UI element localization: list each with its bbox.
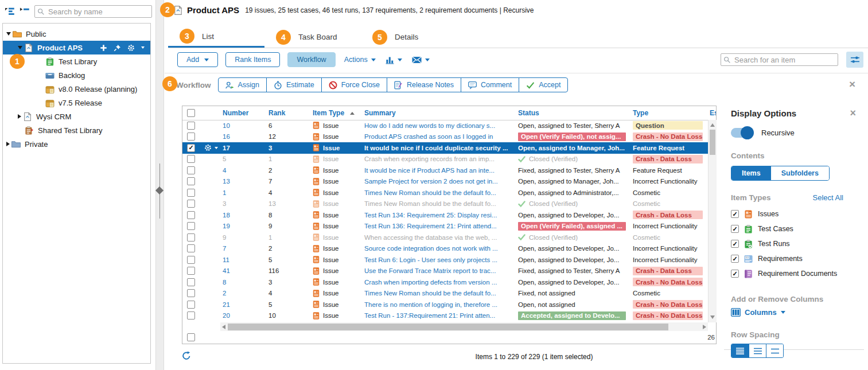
table-row[interactable]: 2 4 Issue Times New Roman should be the …	[182, 288, 716, 299]
vertical-scrollbar[interactable]	[708, 120, 717, 322]
row-checkbox[interactable]	[187, 289, 195, 297]
row-checkbox[interactable]	[187, 233, 195, 242]
table-row[interactable]: 17 3 Issue It would be nice if I could d…	[182, 142, 716, 154]
row-checkbox[interactable]	[187, 144, 195, 152]
workflow-toggle-button[interactable]: Workflow	[287, 52, 335, 67]
hscroll-thumb[interactable]	[228, 324, 668, 330]
column-header-status[interactable]: Status	[515, 106, 629, 120]
table-row[interactable]: 7 2 Issue Source code integration does n…	[182, 243, 716, 255]
columns-button[interactable]: Columns	[731, 308, 856, 317]
item-summary-link[interactable]: It would be nice if I could duplicate se…	[364, 145, 508, 151]
item-number-link[interactable]: 41	[223, 267, 230, 274]
sidebar-item-test-library[interactable]: Test Library	[3, 54, 150, 68]
expander-down-icon[interactable]	[18, 46, 22, 49]
sidebar-item-shared-test-library[interactable]: Shared Test Library	[3, 123, 150, 137]
item-summary-link[interactable]: Test Run 136: Requirement 21: Print atte…	[364, 223, 497, 229]
refresh-icon[interactable]	[182, 351, 191, 360]
item-number-link[interactable]: 20	[223, 312, 230, 319]
item-summary-link[interactable]: Test Run 134: Requirement 25: Display re…	[364, 212, 497, 219]
scroll-left-icon[interactable]	[222, 325, 225, 329]
item-number-link[interactable]: 17	[223, 145, 230, 151]
row-checkbox[interactable]	[187, 189, 195, 197]
workflow-accept-button[interactable]: Accept	[519, 77, 568, 92]
workflow-estimate-button[interactable]: Estimate	[266, 77, 322, 92]
collapse-all-icon[interactable]	[20, 7, 30, 15]
table-row[interactable]: 1 4 Issue Times New Roman should be the …	[182, 187, 716, 198]
row-spacing-compact-button[interactable]	[731, 344, 749, 357]
item-search-input[interactable]	[721, 53, 838, 66]
column-header-number[interactable]: Number	[219, 106, 265, 120]
row-actions-menu[interactable]	[204, 144, 218, 151]
display-options-close-icon[interactable]	[850, 108, 856, 118]
item-summary-link[interactable]: Times New Roman should be the default fo…	[364, 200, 496, 207]
row-checkbox[interactable]	[187, 177, 195, 185]
splitter-handle[interactable]	[155, 186, 164, 194]
workflow-force-close-button[interactable]: Force Close	[321, 77, 387, 92]
select-all-link[interactable]: Select All	[813, 193, 843, 202]
table-row[interactable]: 4 2 Issue It would be nice if Product AP…	[182, 165, 716, 176]
sidebar-item-wysi-crm[interactable]: Wysi CRM	[3, 110, 150, 123]
expander-down-icon[interactable]	[6, 32, 11, 36]
item-summary-link[interactable]: When accessing the database via the web,…	[364, 234, 497, 241]
row-checkbox[interactable]	[187, 211, 195, 219]
item-number-link[interactable]: 3	[223, 200, 226, 207]
actions-button[interactable]: Actions	[343, 56, 377, 64]
table-row[interactable]: 20 10 Issue Test Run - 137:Requirement 2…	[182, 310, 716, 322]
scroll-up-icon[interactable]	[710, 123, 715, 127]
row-spacing-medium-button[interactable]	[749, 344, 766, 357]
recursive-toggle[interactable]	[731, 128, 753, 138]
row-checkbox[interactable]	[187, 222, 195, 230]
tab-details[interactable]: 5 Details	[361, 26, 457, 48]
item-type-checkbox[interactable]	[731, 225, 739, 233]
tab-task-board[interactable]: 4 Task Board	[264, 26, 361, 48]
item-summary-link[interactable]: Times New Roman should be the default fo…	[364, 290, 496, 297]
table-row[interactable]: 16 12 Issue Product APS crashed as soon …	[182, 131, 716, 143]
item-number-link[interactable]: 18	[223, 212, 230, 219]
column-header-rank[interactable]: Rank	[265, 106, 309, 120]
workflow-release-notes-button[interactable]: Release Notes	[387, 77, 461, 92]
workflow-comment-button[interactable]: Comment	[461, 77, 519, 92]
table-row[interactable]: 19 9 Issue Test Run 136: Requirement 21:…	[182, 221, 716, 232]
item-summary-link[interactable]: Source code integration does not work wi…	[364, 245, 498, 252]
item-number-link[interactable]: 7	[223, 245, 226, 252]
item-number-link[interactable]: 13	[223, 178, 230, 185]
item-number-link[interactable]: 16	[223, 133, 230, 140]
add-button[interactable]: Add	[177, 52, 218, 67]
table-row[interactable]: 9 1 Issue When accessing the database vi…	[182, 232, 716, 243]
item-number-link[interactable]: 11	[223, 256, 229, 263]
table-row[interactable]: 11 5 Issue Test Run 6: Login - User sees…	[182, 254, 716, 266]
row-checkbox[interactable]	[187, 301, 195, 309]
item-type-checkbox[interactable]	[731, 210, 739, 218]
contents-tab-items[interactable]: Items	[731, 166, 771, 180]
table-row[interactable]: 13 7 Issue Sample Project for version 2 …	[182, 176, 716, 188]
workflow-assign-button[interactable]: Assign	[218, 77, 267, 92]
scroll-right-icon[interactable]	[703, 325, 706, 329]
item-summary-link[interactable]: Test Run 6: Login - User sees only proje…	[364, 256, 497, 263]
email-button[interactable]	[411, 56, 431, 64]
row-checkbox[interactable]	[187, 200, 195, 208]
item-number-link[interactable]: 9	[223, 234, 226, 241]
item-summary-link[interactable]: Times New Roman should be the default fo…	[364, 189, 496, 196]
row-checkbox[interactable]	[187, 278, 195, 286]
item-number-link[interactable]: 21	[223, 301, 230, 308]
table-row[interactable]: 41 116 Issue Use the Forward Trace Matri…	[182, 266, 716, 277]
item-type-checkbox[interactable]	[731, 255, 739, 263]
item-summary-link[interactable]: Use the Forward Trace Matrix report to t…	[364, 267, 496, 274]
item-number-link[interactable]: 10	[223, 122, 230, 129]
filter-options-button[interactable]	[846, 52, 863, 68]
item-number-link[interactable]: 8	[223, 279, 226, 286]
item-number-link[interactable]: 2	[223, 290, 226, 297]
sidebar-item-private[interactable]: Private	[3, 137, 150, 151]
workflow-bar-close-icon[interactable]	[849, 79, 855, 89]
expander-right-icon[interactable]	[18, 114, 21, 119]
item-type-checkbox[interactable]	[731, 270, 739, 278]
column-header-item-type[interactable]: Item Type	[309, 106, 361, 120]
item-type-checkbox[interactable]	[731, 240, 739, 248]
item-summary-link[interactable]: How do I add new words to my dictionary …	[364, 122, 495, 129]
row-checkbox[interactable]	[187, 256, 195, 264]
row-checkbox[interactable]	[187, 311, 195, 320]
row-checkbox[interactable]	[187, 166, 195, 174]
item-summary-link[interactable]: There is no mention of logging in, there…	[364, 301, 497, 308]
splitter[interactable]	[155, 0, 164, 370]
item-summary-link[interactable]: Test Run - 137:Requirement 21: Print att…	[364, 312, 495, 319]
